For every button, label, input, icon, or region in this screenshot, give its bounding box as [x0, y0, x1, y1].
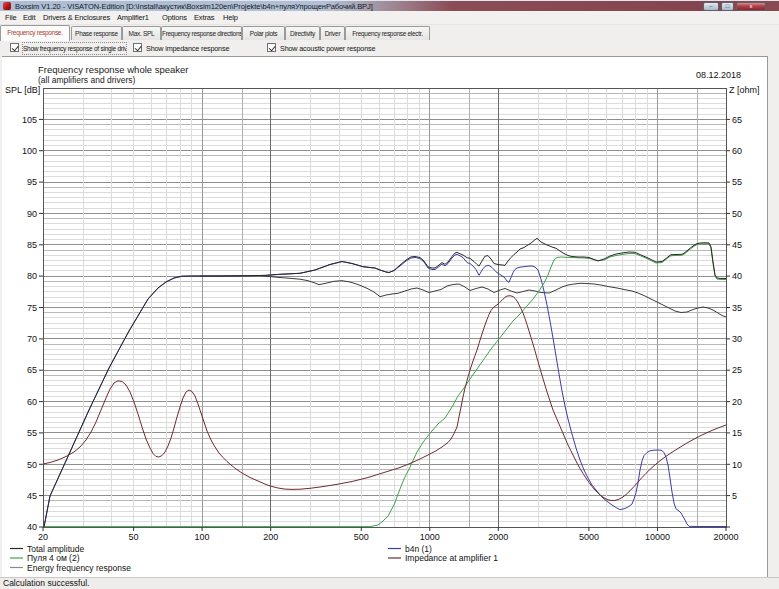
- svg-text:55: 55: [27, 428, 37, 438]
- svg-text:20: 20: [38, 532, 48, 542]
- svg-text:90: 90: [27, 209, 37, 219]
- svg-text:Energy frequency response: Energy frequency response: [27, 563, 131, 573]
- svg-text:75: 75: [27, 303, 37, 313]
- svg-text:50: 50: [732, 209, 742, 219]
- svg-text:95: 95: [27, 177, 37, 187]
- svg-text:50: 50: [129, 532, 139, 542]
- svg-text:08.12.2018: 08.12.2018: [696, 70, 741, 80]
- svg-text:85: 85: [27, 240, 37, 250]
- svg-text:60: 60: [27, 397, 37, 407]
- svg-text:100: 100: [22, 146, 37, 156]
- svg-text:80: 80: [27, 271, 37, 281]
- svg-text:(all amplifiers and drivers): (all amplifiers and drivers): [38, 75, 135, 85]
- svg-text:25: 25: [732, 365, 742, 375]
- svg-text:1000: 1000: [420, 532, 440, 542]
- svg-text:35: 35: [732, 303, 742, 313]
- svg-text:50: 50: [27, 460, 37, 470]
- svg-text:55: 55: [732, 177, 742, 187]
- svg-text:5: 5: [732, 491, 737, 501]
- svg-text:10: 10: [732, 460, 742, 470]
- svg-text:500: 500: [354, 532, 369, 542]
- svg-text:65: 65: [732, 115, 742, 125]
- svg-text:b4n (1): b4n (1): [405, 544, 432, 554]
- svg-text:100: 100: [195, 532, 210, 542]
- svg-text:200: 200: [263, 532, 278, 542]
- svg-text:2000: 2000: [488, 532, 508, 542]
- svg-text:10000: 10000: [645, 532, 670, 542]
- svg-text:45: 45: [27, 491, 37, 501]
- svg-text:45: 45: [732, 240, 742, 250]
- svg-text:40: 40: [27, 522, 37, 532]
- svg-text:65: 65: [27, 365, 37, 375]
- svg-text:105: 105: [22, 115, 37, 125]
- svg-text:Impedance at amplifier 1: Impedance at amplifier 1: [405, 553, 498, 563]
- svg-text:5000: 5000: [579, 532, 599, 542]
- svg-text:30: 30: [732, 334, 742, 344]
- svg-text:20000: 20000: [713, 532, 738, 542]
- svg-text:60: 60: [732, 146, 742, 156]
- svg-text:40: 40: [732, 271, 742, 281]
- svg-text:15: 15: [732, 428, 742, 438]
- svg-text:Total amplitude: Total amplitude: [27, 544, 84, 554]
- svg-text:Пуля 4 ом (2): Пуля 4 ом (2): [27, 553, 80, 563]
- svg-text:SPL [dB]: SPL [dB]: [5, 85, 40, 95]
- svg-text:70: 70: [27, 334, 37, 344]
- svg-text:Z [ohm]: Z [ohm]: [729, 85, 760, 95]
- svg-text:Frequency response whole speak: Frequency response whole speaker: [38, 64, 189, 75]
- svg-text:20: 20: [732, 397, 742, 407]
